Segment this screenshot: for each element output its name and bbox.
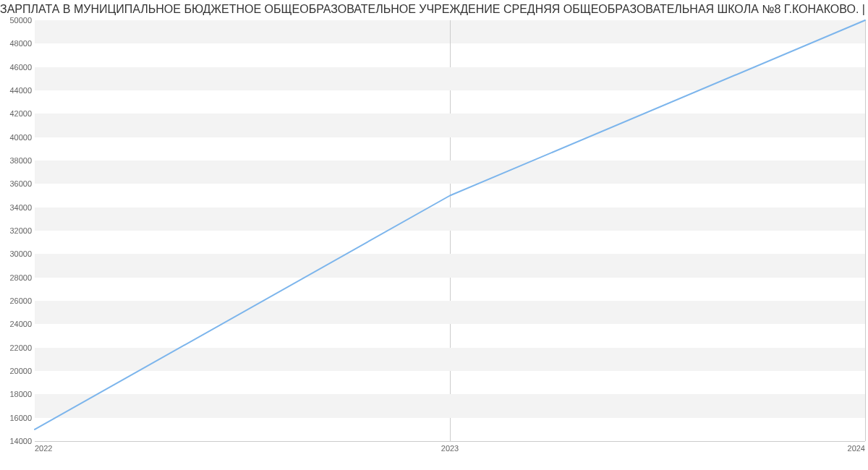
y-tick-label: 48000	[9, 39, 32, 48]
y-tick-label: 20000	[9, 367, 32, 375]
y-tick-label: 18000	[9, 390, 32, 398]
x-tick-label: 2023	[441, 444, 459, 453]
y-tick-label: 46000	[9, 63, 32, 72]
plot-area	[35, 20, 865, 442]
chart-container: ЗАРПЛАТА В МУНИЦИПАЛЬНОЕ БЮДЖЕТНОЕ ОБЩЕО…	[0, 0, 868, 470]
y-tick-label: 50000	[9, 16, 32, 25]
y-tick-label: 34000	[9, 203, 32, 212]
y-tick-label: 32000	[9, 226, 32, 235]
y-tick-label: 44000	[9, 86, 32, 95]
y-tick-label: 14000	[9, 437, 32, 445]
y-tick-label: 36000	[9, 179, 32, 188]
y-tick-label: 30000	[9, 249, 32, 258]
y-tick-label: 28000	[9, 273, 32, 282]
y-tick-label: 42000	[9, 109, 32, 118]
y-tick-label: 40000	[9, 133, 32, 142]
line-series	[35, 20, 865, 441]
y-tick-label: 38000	[9, 156, 32, 165]
chart-title: ЗАРПЛАТА В МУНИЦИПАЛЬНОЕ БЮДЖЕТНОЕ ОБЩЕО…	[0, 3, 868, 16]
x-grid-line	[865, 20, 866, 441]
y-tick-label: 22000	[9, 343, 32, 352]
y-tick-label: 16000	[9, 414, 32, 422]
x-tick-label: 2022	[35, 444, 52, 453]
x-tick-label: 2024	[848, 444, 865, 453]
y-tick-label: 26000	[9, 296, 32, 305]
y-tick-label: 24000	[9, 320, 32, 328]
